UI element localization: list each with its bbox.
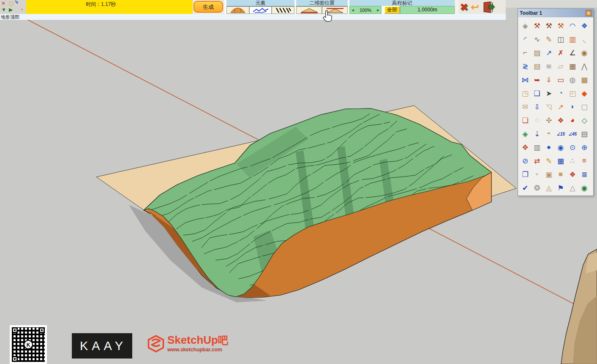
marquee-icon[interactable]: ▫ <box>531 168 543 181</box>
swap-icon[interactable]: ⇄ <box>531 154 543 168</box>
fan-mesh-icon[interactable]: ◹ <box>543 100 555 114</box>
mesh-sphere-icon[interactable]: ◍ <box>567 73 578 87</box>
pickaxe-cut-icon[interactable]: ⚒ <box>555 19 567 33</box>
notes-icon[interactable]: ▤ <box>578 127 590 141</box>
layer-stack-icon[interactable]: ≣ <box>578 168 590 181</box>
check-icon[interactable]: ✔ <box>519 181 531 195</box>
close-icon[interactable]: ✕ <box>1 1 5 6</box>
zigzag-stair-icon[interactable]: ≷ <box>519 60 531 73</box>
water-drop-icon[interactable]: ● <box>543 141 555 154</box>
exit-door-icon[interactable] <box>482 1 495 14</box>
pickaxe-terrain-icon[interactable]: ⚒ <box>543 19 555 33</box>
page-arrow-icon[interactable]: ➥ <box>531 73 543 87</box>
contour-flow-icon[interactable]: ⇘ <box>14 0 19 4</box>
copy-blue-icon[interactable]: ❐ <box>519 168 531 181</box>
dot-ring-icon[interactable]: ◌ <box>531 114 543 127</box>
flag-page-icon[interactable]: ⚑ <box>555 181 567 195</box>
tan-cubes-icon[interactable]: ▣ <box>543 168 555 181</box>
discard-icon[interactable]: ✖ <box>460 1 468 13</box>
sketch-box-icon[interactable]: ✎ <box>543 33 555 46</box>
flow-target-icon[interactable]: ▫ <box>21 7 23 12</box>
parcel-icon[interactable]: ✉ <box>519 100 531 114</box>
spinner-left-arrow-icon[interactable]: ◄ <box>350 8 356 12</box>
floating-toolbar-titlebar[interactable]: Toolbar 1 x <box>518 9 593 17</box>
paint-brush-icon[interactable]: ✎ <box>543 154 555 168</box>
pickaxe-icon[interactable]: ⚒ <box>531 19 543 33</box>
divide-surface-icon[interactable]: ◈ <box>519 19 531 33</box>
eye-icon[interactable]: ◉ <box>578 181 590 195</box>
plant-icon[interactable]: ✣ <box>543 114 555 127</box>
panel-icon[interactable]: ▱ <box>555 60 567 73</box>
generate-button[interactable]: 生成 <box>194 1 223 13</box>
pie-stop-icon[interactable]: ◕ <box>567 114 578 127</box>
weld-check-icon[interactable]: ✗ <box>555 46 567 60</box>
arch-bridge-icon[interactable]: ◠ <box>567 19 578 33</box>
all-button[interactable]: 全部 <box>384 6 400 14</box>
spread-arrows-icon[interactable]: ✥ <box>519 141 531 154</box>
blue-box-icon[interactable]: ❑ <box>531 87 543 100</box>
drop-banner-icon[interactable]: ⊘ <box>519 154 531 168</box>
angle-beam-icon[interactable]: ⌐ <box>519 46 531 60</box>
close-panel-button[interactable]: x <box>586 10 592 16</box>
protractor-icon[interactable]: ∠ <box>567 46 578 60</box>
sparkle-cube-icon[interactable]: ∴ <box>567 154 578 168</box>
drop-down-icon[interactable]: ⇩ <box>531 100 543 114</box>
viewport-3d[interactable] <box>0 8 597 364</box>
cone-icon[interactable]: △ <box>567 181 578 195</box>
dome-icon[interactable]: ◓ <box>543 127 555 141</box>
grid-window-icon[interactable]: ▦ <box>555 154 567 168</box>
pebble-icon[interactable]: ◗ <box>567 100 578 114</box>
slope-line-icon[interactable]: ↗ <box>543 46 555 60</box>
plank-texture-icon[interactable]: ▨ <box>531 46 543 60</box>
sand-terrain[interactable] <box>561 249 597 364</box>
corner-box-icon[interactable]: ◳ <box>519 87 531 100</box>
corrugated-icon[interactable]: ≋ <box>543 60 555 73</box>
unwrap-icon[interactable]: ◰ <box>567 87 578 100</box>
orbit-icon[interactable]: ◔ <box>555 87 567 100</box>
frame-image-icon[interactable]: ❏ <box>519 114 531 127</box>
terrain-mass-button[interactable] <box>226 6 249 14</box>
mirror-icon[interactable]: ⋈ <box>519 73 531 87</box>
water-drops-icon[interactable]: ◉ <box>555 141 567 154</box>
angle-45-icon[interactable]: ∠45 <box>567 127 578 141</box>
play-icon[interactable]: ▶ <box>9 7 13 12</box>
scatter-icon[interactable]: ❖ <box>567 168 578 181</box>
clamp-icon[interactable]: ⇣ <box>531 127 543 141</box>
frame-icon[interactable]: ▢ <box>9 1 14 6</box>
red-layers-icon[interactable]: ≡ <box>578 154 590 168</box>
green-cubes-icon[interactable]: ◈ <box>519 127 531 141</box>
grab-icon[interactable]: ❖ <box>555 114 567 127</box>
map-below-button[interactable] <box>296 6 322 14</box>
deck-icon[interactable]: ▦ <box>567 60 578 73</box>
green-cube-icon[interactable]: ◇ <box>578 114 590 127</box>
brush-icon[interactable]: ▭ <box>555 73 567 87</box>
planks-icon[interactable]: ▤ <box>531 60 543 73</box>
angle-15-icon[interactable]: ∠15 <box>555 127 567 141</box>
column-icon[interactable]: ▥ <box>567 33 578 46</box>
arc-draw-icon[interactable]: ◜ <box>519 33 531 46</box>
flip-curve-icon[interactable]: ∿ <box>531 33 543 46</box>
cursor-erase-icon[interactable]: ➤ <box>543 87 555 100</box>
down-arrow-icon[interactable]: ▼ <box>1 7 6 12</box>
flame-box-icon[interactable]: ◆ <box>578 87 590 100</box>
puzzle-icon[interactable]: ❖ <box>578 19 590 33</box>
tan-cube-icon[interactable]: ■ <box>555 168 567 181</box>
crate-icon[interactable]: ▩ <box>578 73 590 87</box>
pattern-ball-icon[interactable]: ❂ <box>531 181 543 195</box>
drop-columns-icon[interactable]: ⇓ <box>543 73 555 87</box>
truss-icon[interactable]: ⋀ <box>578 60 590 73</box>
memo-icon[interactable]: ▥ <box>531 141 543 154</box>
door-panel-icon[interactable]: ◫ <box>555 33 567 46</box>
drop-base-icon[interactable]: ⊙ <box>567 141 578 154</box>
contour-lines-button[interactable] <box>249 6 272 14</box>
fold-map-icon[interactable]: ◬ <box>543 181 555 195</box>
spinner-right-arrow-icon[interactable]: ► <box>375 8 381 12</box>
ghost-cube-icon[interactable]: ▢ <box>578 100 590 114</box>
drop-move-icon[interactable]: ⊕ <box>578 141 590 154</box>
wood-disc-icon[interactable]: ◉ <box>578 46 590 60</box>
undo-icon[interactable]: ↩ <box>471 1 479 13</box>
interval-field[interactable]: 1.0000m <box>400 6 455 14</box>
sheet-bend-icon[interactable]: ◟ <box>578 33 590 46</box>
stretch-icon[interactable]: ↗ <box>555 100 567 114</box>
hatch-button[interactable] <box>272 6 294 14</box>
